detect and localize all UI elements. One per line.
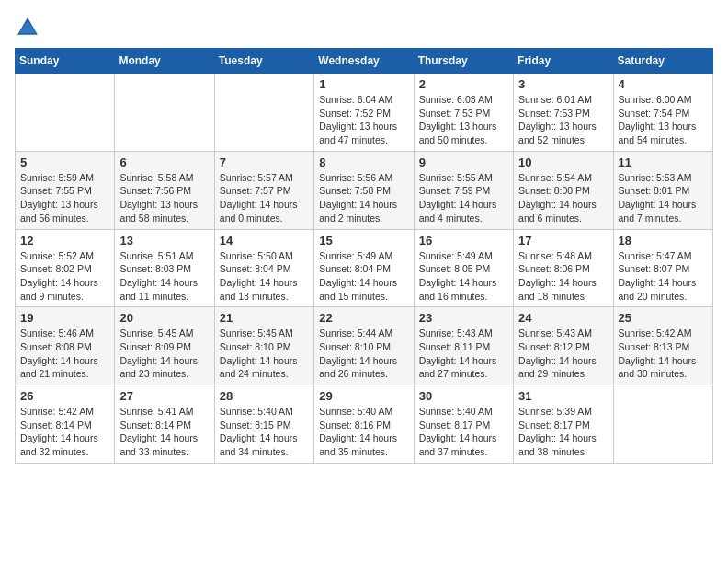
day-cell-4: 4Sunrise: 6:00 AMSunset: 7:54 PMDaylight… [613, 74, 712, 152]
day-cell-31: 31Sunrise: 5:39 AMSunset: 8:17 PMDayligh… [514, 385, 613, 464]
svg-marker-1 [19, 20, 37, 33]
day-number: 28 [220, 389, 309, 403]
day-cell-8: 8Sunrise: 5:56 AMSunset: 7:58 PMDaylight… [314, 151, 414, 229]
day-number: 25 [619, 311, 708, 325]
day-number: 16 [419, 234, 508, 247]
day-cell-7: 7Sunrise: 5:57 AMSunset: 7:57 PMDaylight… [214, 151, 313, 229]
day-info: Sunrise: 5:53 AMSunset: 8:01 PMDaylight:… [619, 171, 708, 225]
day-number: 6 [119, 155, 209, 169]
day-info: Sunrise: 6:03 AMSunset: 7:53 PMDaylight:… [419, 93, 508, 147]
day-number: 13 [119, 234, 209, 247]
day-number: 10 [518, 155, 608, 169]
day-info: Sunrise: 5:39 AMSunset: 8:17 PMDaylight:… [518, 405, 608, 459]
weekday-friday: Friday [514, 49, 613, 74]
day-number: 29 [319, 389, 408, 403]
day-number: 27 [119, 389, 209, 403]
day-number: 24 [518, 311, 608, 325]
day-cell-2: 2Sunrise: 6:03 AMSunset: 7:53 PMDaylight… [414, 74, 513, 152]
day-number: 3 [518, 77, 608, 91]
day-cell-18: 18Sunrise: 5:47 AMSunset: 8:07 PMDayligh… [613, 229, 712, 307]
day-number: 15 [319, 234, 408, 247]
weekday-thursday: Thursday [414, 49, 513, 74]
day-number: 19 [20, 311, 109, 325]
day-number: 8 [319, 155, 408, 169]
day-info: Sunrise: 5:54 AMSunset: 8:00 PMDaylight:… [518, 171, 608, 225]
day-info: Sunrise: 5:43 AMSunset: 8:12 PMDaylight:… [518, 327, 608, 381]
day-info: Sunrise: 6:00 AMSunset: 7:54 PMDaylight:… [619, 93, 708, 147]
day-cell-29: 29Sunrise: 5:40 AMSunset: 8:16 PMDayligh… [314, 385, 414, 464]
logo [15, 15, 44, 40]
day-info: Sunrise: 6:01 AMSunset: 7:53 PMDaylight:… [518, 93, 608, 147]
logo-icon [15, 15, 40, 40]
day-cell-9: 9Sunrise: 5:55 AMSunset: 7:59 PMDaylight… [414, 151, 513, 229]
week-row-3: 12Sunrise: 5:52 AMSunset: 8:02 PMDayligh… [16, 229, 713, 307]
day-cell-26: 26Sunrise: 5:42 AMSunset: 8:14 PMDayligh… [16, 385, 115, 464]
day-number: 18 [619, 234, 708, 247]
day-info: Sunrise: 5:58 AMSunset: 7:56 PMDaylight:… [119, 171, 209, 225]
day-info: Sunrise: 5:59 AMSunset: 7:55 PMDaylight:… [20, 171, 109, 225]
day-number: 2 [419, 77, 508, 91]
day-info: Sunrise: 5:51 AMSunset: 8:03 PMDaylight:… [119, 249, 209, 304]
day-info: Sunrise: 5:40 AMSunset: 8:15 PMDaylight:… [220, 405, 309, 459]
day-info: Sunrise: 5:40 AMSunset: 8:16 PMDaylight:… [319, 405, 408, 459]
day-number: 7 [220, 155, 309, 169]
day-cell-19: 19Sunrise: 5:46 AMSunset: 8:08 PMDayligh… [16, 307, 115, 385]
day-info: Sunrise: 5:45 AMSunset: 8:09 PMDaylight:… [119, 327, 209, 381]
day-number: 5 [20, 155, 109, 169]
day-info: Sunrise: 5:40 AMSunset: 8:17 PMDaylight:… [419, 405, 508, 459]
day-cell-23: 23Sunrise: 5:43 AMSunset: 8:11 PMDayligh… [414, 307, 513, 385]
day-cell-21: 21Sunrise: 5:45 AMSunset: 8:10 PMDayligh… [214, 307, 313, 385]
day-number: 9 [419, 155, 508, 169]
empty-cell [613, 385, 712, 464]
day-cell-20: 20Sunrise: 5:45 AMSunset: 8:09 PMDayligh… [115, 307, 214, 385]
day-info: Sunrise: 5:42 AMSunset: 8:14 PMDaylight:… [20, 405, 109, 459]
day-cell-13: 13Sunrise: 5:51 AMSunset: 8:03 PMDayligh… [115, 229, 214, 307]
day-cell-17: 17Sunrise: 5:48 AMSunset: 8:06 PMDayligh… [514, 229, 613, 307]
day-cell-25: 25Sunrise: 5:42 AMSunset: 8:13 PMDayligh… [613, 307, 712, 385]
day-number: 23 [419, 311, 508, 325]
day-number: 11 [619, 155, 708, 169]
day-number: 1 [319, 77, 408, 91]
day-cell-27: 27Sunrise: 5:41 AMSunset: 8:14 PMDayligh… [115, 385, 214, 464]
day-info: Sunrise: 5:42 AMSunset: 8:13 PMDaylight:… [619, 327, 708, 381]
day-cell-16: 16Sunrise: 5:49 AMSunset: 8:05 PMDayligh… [414, 229, 513, 307]
day-cell-6: 6Sunrise: 5:58 AMSunset: 7:56 PMDaylight… [115, 151, 214, 229]
empty-cell [115, 74, 214, 152]
day-cell-15: 15Sunrise: 5:49 AMSunset: 8:04 PMDayligh… [314, 229, 414, 307]
weekday-wednesday: Wednesday [314, 49, 414, 74]
weekday-tuesday: Tuesday [214, 49, 313, 74]
day-info: Sunrise: 5:49 AMSunset: 8:04 PMDaylight:… [319, 249, 408, 304]
day-number: 22 [319, 311, 408, 325]
header [15, 15, 713, 40]
weekday-monday: Monday [115, 49, 214, 74]
day-cell-28: 28Sunrise: 5:40 AMSunset: 8:15 PMDayligh… [214, 385, 313, 464]
day-cell-1: 1Sunrise: 6:04 AMSunset: 7:52 PMDaylight… [314, 74, 414, 152]
day-cell-11: 11Sunrise: 5:53 AMSunset: 8:01 PMDayligh… [613, 151, 712, 229]
calendar-table: SundayMondayTuesdayWednesdayThursdayFrid… [15, 48, 713, 464]
day-number: 30 [419, 389, 508, 403]
day-info: Sunrise: 5:55 AMSunset: 7:59 PMDaylight:… [419, 171, 508, 225]
day-cell-30: 30Sunrise: 5:40 AMSunset: 8:17 PMDayligh… [414, 385, 513, 464]
day-number: 26 [20, 389, 109, 403]
day-number: 12 [20, 234, 109, 247]
day-info: Sunrise: 5:50 AMSunset: 8:04 PMDaylight:… [220, 249, 309, 304]
day-number: 4 [619, 77, 708, 91]
weekday-saturday: Saturday [613, 49, 712, 74]
weekday-header-row: SundayMondayTuesdayWednesdayThursdayFrid… [16, 49, 713, 74]
day-cell-22: 22Sunrise: 5:44 AMSunset: 8:10 PMDayligh… [314, 307, 414, 385]
day-cell-10: 10Sunrise: 5:54 AMSunset: 8:00 PMDayligh… [514, 151, 613, 229]
weekday-sunday: Sunday [16, 49, 115, 74]
day-info: Sunrise: 5:45 AMSunset: 8:10 PMDaylight:… [220, 327, 309, 381]
day-info: Sunrise: 5:43 AMSunset: 8:11 PMDaylight:… [419, 327, 508, 381]
day-info: Sunrise: 5:48 AMSunset: 8:06 PMDaylight:… [518, 249, 608, 304]
day-number: 14 [220, 234, 309, 247]
week-row-5: 26Sunrise: 5:42 AMSunset: 8:14 PMDayligh… [16, 385, 713, 464]
day-cell-12: 12Sunrise: 5:52 AMSunset: 8:02 PMDayligh… [16, 229, 115, 307]
day-cell-14: 14Sunrise: 5:50 AMSunset: 8:04 PMDayligh… [214, 229, 313, 307]
day-info: Sunrise: 5:56 AMSunset: 7:58 PMDaylight:… [319, 171, 408, 225]
empty-cell [16, 74, 115, 152]
week-row-2: 5Sunrise: 5:59 AMSunset: 7:55 PMDaylight… [16, 151, 713, 229]
day-number: 31 [518, 389, 608, 403]
day-info: Sunrise: 5:47 AMSunset: 8:07 PMDaylight:… [619, 249, 708, 304]
day-info: Sunrise: 6:04 AMSunset: 7:52 PMDaylight:… [319, 93, 408, 147]
